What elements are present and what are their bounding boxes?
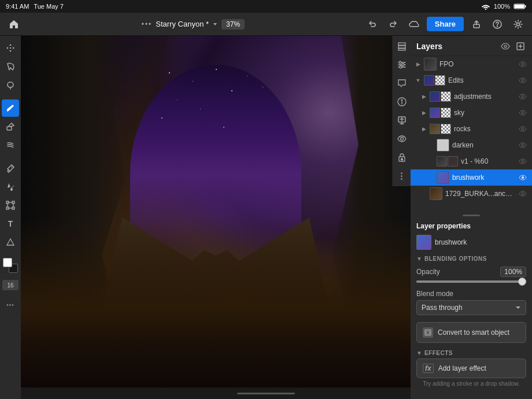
redo-button[interactable]: [385, 16, 401, 32]
share-button[interactable]: Share: [427, 17, 464, 31]
layer-item[interactable]: ▶ adjustments: [411, 88, 532, 105]
effects-header[interactable]: ▼ EFFECTS: [416, 348, 526, 359]
info-icon[interactable]: [394, 94, 410, 110]
smudge-tool[interactable]: [2, 136, 19, 154]
lasso-tool[interactable]: [2, 76, 19, 94]
layer-visibility-eye[interactable]: [518, 92, 527, 101]
opacity-slider[interactable]: [416, 278, 526, 287]
right-panel: Layers ▶ FPO: [411, 36, 532, 399]
layer-visibility-eye[interactable]: [518, 173, 527, 182]
svg-point-29: [522, 63, 524, 65]
svg-rect-3: [515, 5, 524, 8]
layer-item-brushwork[interactable]: ▶ brushwork: [411, 169, 532, 186]
export-button[interactable]: [468, 16, 485, 32]
eraser-tool[interactable]: [2, 118, 19, 135]
more-options-icon[interactable]: [394, 168, 410, 184]
zoom-level[interactable]: 37%: [221, 19, 245, 29]
layer-visibility-eye[interactable]: [518, 108, 527, 117]
layers-visibility-icon[interactable]: [500, 40, 511, 52]
layer-expand-icon[interactable]: ▶: [415, 61, 421, 67]
shape-tool[interactable]: [2, 234, 19, 251]
transform-tool[interactable]: [2, 197, 19, 214]
layer-expand-icon[interactable]: ▼: [415, 77, 421, 83]
layer-item[interactable]: ▶ darken: [411, 137, 532, 153]
wifi-icon: [481, 3, 490, 10]
layer-visibility-eye[interactable]: [518, 157, 527, 166]
move-tool[interactable]: [2, 39, 19, 57]
settings-button[interactable]: [510, 16, 526, 32]
home-button[interactable]: [6, 16, 22, 32]
eyedropper-tool[interactable]: [2, 160, 19, 177]
undo-button[interactable]: [364, 16, 380, 32]
svg-point-37: [522, 193, 524, 195]
svg-point-34: [522, 144, 524, 146]
adjustments-icon[interactable]: [394, 57, 410, 73]
convert-to-smart-object-button[interactable]: Convert to smart object: [416, 322, 526, 343]
layer-expand-icon[interactable]: ▶: [421, 126, 427, 132]
brush-size-display[interactable]: 16: [2, 280, 19, 290]
layer-visibility-eye[interactable]: [518, 141, 527, 150]
canvas-image[interactable]: [21, 36, 411, 399]
layer-visibility-eye[interactable]: [518, 76, 527, 85]
opacity-label: Opacity: [416, 268, 440, 276]
svg-point-26: [401, 158, 402, 160]
layer-visibility-eye[interactable]: [518, 60, 527, 69]
svg-rect-16: [398, 46, 405, 48]
svg-point-22: [401, 99, 402, 101]
layer-name: Edits: [448, 76, 515, 84]
layer-item[interactable]: ▶ v1 - %60: [411, 153, 532, 169]
blend-mode-select[interactable]: Pass through: [416, 300, 526, 315]
svg-point-24: [400, 138, 403, 141]
layer-thumbnail: [424, 58, 437, 71]
battery-icon: [513, 3, 526, 10]
layer-item[interactable]: ▶ sky: [411, 105, 532, 121]
chevron-down-icon[interactable]: [212, 21, 218, 27]
visibility-icon[interactable]: [394, 131, 410, 147]
layer-item[interactable]: ▼ Edits: [411, 72, 532, 88]
home-indicator[interactable]: [237, 393, 295, 394]
effects-title: EFFECTS: [424, 350, 453, 356]
svg-rect-39: [426, 331, 430, 334]
more-dots-left[interactable]: •••: [142, 20, 153, 28]
add-layer-icon[interactable]: [394, 112, 410, 128]
status-date: Tue May 7: [34, 3, 64, 10]
convert-icon: [423, 327, 433, 338]
layer-thumbnail-pair: [430, 91, 451, 102]
lock-icon[interactable]: [394, 149, 410, 165]
comment-icon[interactable]: [394, 75, 410, 91]
fill-tool[interactable]: [2, 178, 19, 195]
help-button[interactable]: [489, 16, 505, 32]
cloud-button[interactable]: [406, 16, 422, 32]
brush-tool[interactable]: [2, 99, 19, 117]
layer-expand-icon[interactable]: ▶: [421, 110, 427, 116]
selection-tool[interactable]: [2, 58, 19, 75]
panel-resize-handle[interactable]: [411, 212, 532, 219]
layer-item[interactable]: ▶ rocks: [411, 121, 532, 137]
color-swatches[interactable]: [3, 258, 18, 273]
layer-name: brushwork: [452, 173, 515, 182]
layer-item[interactable]: ▶ FPO: [411, 56, 532, 72]
svg-rect-13: [12, 207, 14, 209]
right-panel-icons: [392, 36, 411, 186]
add-layer-effect-button[interactable]: fx Add layer effect: [416, 359, 526, 378]
left-tool-panel: T 16 •••: [0, 36, 21, 399]
layer-visibility-eye[interactable]: [518, 189, 527, 198]
svg-marker-14: [7, 239, 14, 245]
text-tool[interactable]: T: [2, 215, 19, 232]
layer-name: darken: [452, 141, 515, 149]
blend-mode-value: Pass through: [422, 304, 463, 312]
layer-expand-icon[interactable]: ▶: [421, 94, 427, 99]
svg-rect-15: [398, 43, 405, 45]
layers-add-icon[interactable]: [515, 40, 526, 52]
layer-properties-section: Layer properties brushwork ▼ BLENDING OP…: [411, 219, 532, 399]
doc-title[interactable]: Starry Canyon *: [156, 20, 209, 28]
svg-rect-12: [6, 207, 9, 209]
layers-panel-icon[interactable]: [394, 38, 410, 54]
layer-thumbnail: [437, 171, 449, 184]
opacity-value[interactable]: 100%: [500, 267, 526, 277]
layer-visibility-eye[interactable]: [518, 124, 527, 134]
blending-options-header[interactable]: ▼ BLENDING OPTIONS: [416, 253, 526, 264]
layer-item[interactable]: ▶ 1729_BURKA...anced-NR33: [411, 186, 532, 202]
more-tools-button[interactable]: •••: [2, 296, 19, 313]
effects-hint-text: Try adding a stroke or a drop shadow.: [416, 378, 526, 391]
